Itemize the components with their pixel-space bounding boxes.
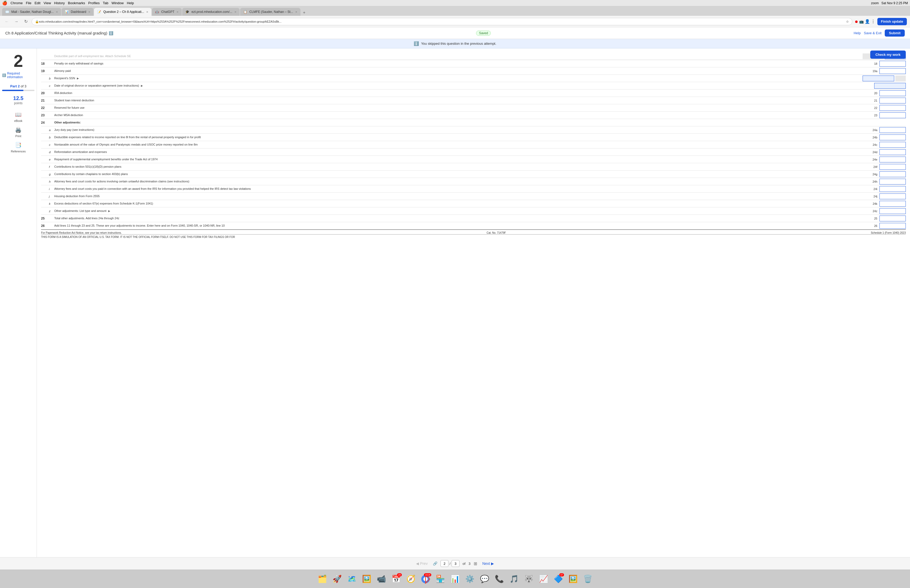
dock-preview[interactable]: 🖼️: [567, 573, 579, 585]
input-24c[interactable]: [879, 142, 906, 148]
apple-menu[interactable]: 🍎: [2, 0, 7, 5]
file-menu[interactable]: File: [26, 1, 31, 5]
edit-menu[interactable]: Edit: [34, 1, 40, 5]
link-icon[interactable]: 🔗: [433, 561, 437, 565]
tab-close-ezt[interactable]: ✕: [234, 11, 236, 13]
dock-calendar[interactable]: 📅 29: [390, 573, 402, 585]
tab-close-dashboard[interactable]: ✕: [88, 11, 91, 13]
input-24d[interactable]: [879, 149, 906, 155]
saved-badge: Saved: [476, 31, 491, 36]
title-info-icon[interactable]: ℹ️: [109, 31, 113, 35]
input-24i[interactable]: [879, 186, 906, 192]
dock-messages[interactable]: 💬: [478, 573, 491, 585]
input-24a[interactable]: [879, 127, 906, 133]
more-icon[interactable]: ⋮: [871, 19, 875, 24]
grid-view-icon[interactable]: ⊞: [474, 561, 477, 566]
tab-question2[interactable]: 📝 Question 2 – Ch 8 Applicati... ✕: [94, 8, 151, 16]
input-24j[interactable]: [879, 194, 906, 199]
points-value: 12.5: [13, 95, 23, 101]
record-icon[interactable]: ⏺: [855, 19, 858, 24]
profile-icon[interactable]: 👤: [865, 19, 870, 24]
dock-facetime[interactable]: 📹: [375, 573, 388, 585]
form-row-24f: f Contributions to section 501(c)(18)(D)…: [41, 163, 906, 171]
dock-numbers[interactable]: 📊: [449, 573, 461, 585]
finish-update-button[interactable]: Finish update: [877, 18, 907, 25]
input-24b[interactable]: [879, 134, 906, 140]
input-24e[interactable]: [879, 157, 906, 162]
input-21[interactable]: [879, 98, 906, 103]
dock-facetime2[interactable]: 📞: [493, 573, 506, 585]
input-24f[interactable]: [879, 164, 906, 170]
tab-dashboard[interactable]: 📊 Dashboard ✕: [61, 8, 94, 16]
prev-label: Prev: [420, 561, 428, 565]
dock-appstore[interactable]: 🏪: [434, 573, 446, 585]
tab-close-chatgpt[interactable]: ✕: [176, 11, 178, 13]
page-total-input[interactable]: [452, 560, 459, 567]
bookmarks-menu[interactable]: Bookmarks: [68, 1, 85, 5]
view-menu[interactable]: View: [44, 1, 51, 5]
input-19c[interactable]: [874, 83, 906, 89]
reload-button[interactable]: ↻: [22, 18, 29, 25]
tab-close-mail[interactable]: ✕: [56, 11, 58, 13]
input-19b[interactable]: [863, 76, 894, 81]
dock-launchpad[interactable]: 🚀: [331, 573, 343, 585]
dock-maps[interactable]: 🗺️: [346, 573, 358, 585]
dock-stockmarket[interactable]: 📈: [537, 573, 550, 585]
dock-spotify[interactable]: 🎵: [508, 573, 520, 585]
input-20[interactable]: [879, 90, 906, 96]
input-19a[interactable]: [879, 68, 906, 74]
input-24g[interactable]: [879, 171, 906, 177]
chevron-left-icon: ◀: [416, 561, 419, 565]
dock-zoom[interactable]: 🔷 47: [552, 573, 564, 585]
print-tool[interactable]: 🖨️ Print: [14, 126, 23, 138]
points-label: points: [13, 101, 23, 105]
input-25[interactable]: [879, 216, 906, 221]
input-23[interactable]: [879, 112, 906, 118]
check-my-work-button[interactable]: Check my work: [870, 50, 906, 59]
tab-clmfe[interactable]: 📋 CLMFE (Sauder, Nathan – St... ✕: [240, 8, 301, 16]
tab-favicon: ✉️: [5, 10, 9, 14]
help-menu[interactable]: Help: [127, 1, 134, 5]
references-tool[interactable]: 📑 References: [11, 141, 26, 153]
tab-close-clmfe[interactable]: ✕: [295, 11, 297, 13]
dock-safari[interactable]: 🧭: [404, 573, 417, 585]
prev-button[interactable]: ◀ Prev: [414, 561, 430, 567]
tab-ezt[interactable]: 🎓 ezt.prod.mheducation.com/... ✕: [182, 8, 239, 16]
window-menu[interactable]: Window: [112, 1, 123, 5]
back-button[interactable]: ←: [3, 18, 11, 25]
current-page-input[interactable]: [441, 560, 448, 567]
tab-favicon: 📊: [65, 10, 69, 14]
dock-chrome[interactable]: 1618: [419, 573, 432, 585]
tab-mail[interactable]: ✉️ Mail - Sauder, Nathan Dougl... ✕: [2, 8, 61, 16]
new-tab-button[interactable]: +: [301, 10, 307, 16]
forward-button[interactable]: →: [13, 18, 20, 25]
simulation-notice: THIS FORM IS A SIMULATION OF AN OFFICIAL…: [41, 234, 906, 239]
tab-chatgpt[interactable]: 🤖 ChatGPT ✕: [152, 8, 182, 16]
input-22[interactable]: [879, 105, 906, 111]
tab-close-question2[interactable]: ✕: [146, 11, 148, 13]
profiles-menu[interactable]: Profiles: [88, 1, 100, 5]
dock-photos[interactable]: 🖼️: [360, 573, 373, 585]
input-24z[interactable]: [879, 208, 906, 214]
input-18[interactable]: [879, 61, 906, 66]
dock-systemprefs[interactable]: ⚙️: [464, 573, 476, 585]
input-24h[interactable]: [879, 179, 906, 184]
ebook-tool[interactable]: 📖 eBook: [14, 110, 23, 123]
next-button[interactable]: Next ▶: [480, 561, 496, 567]
url-bar[interactable]: 🔒 ezto.mheducation.com/ext/map/index.htm…: [32, 18, 852, 25]
dock-trash[interactable]: 🗑️: [581, 573, 594, 585]
form-row-24z: z Other adjustments: List type and amoun…: [41, 207, 906, 215]
dock-finder[interactable]: 🗂️: [316, 573, 329, 585]
bookmark-icon[interactable]: ☆: [846, 20, 849, 23]
history-menu[interactable]: History: [54, 1, 65, 5]
cast-icon[interactable]: 📺: [859, 19, 864, 24]
submit-button[interactable]: Submit: [885, 29, 905, 37]
chrome-menu[interactable]: Chrome: [11, 1, 23, 5]
input-26[interactable]: [879, 223, 906, 229]
input-24k[interactable]: [879, 201, 906, 207]
save-exit-button[interactable]: Save & Exit: [864, 31, 882, 35]
tab-menu[interactable]: Tab: [103, 1, 108, 5]
help-button[interactable]: Help: [853, 31, 861, 35]
app-header: Ch 8 Application/Critical Thinking Activ…: [0, 27, 910, 39]
dock-wolfram[interactable]: 🐺: [522, 573, 535, 585]
